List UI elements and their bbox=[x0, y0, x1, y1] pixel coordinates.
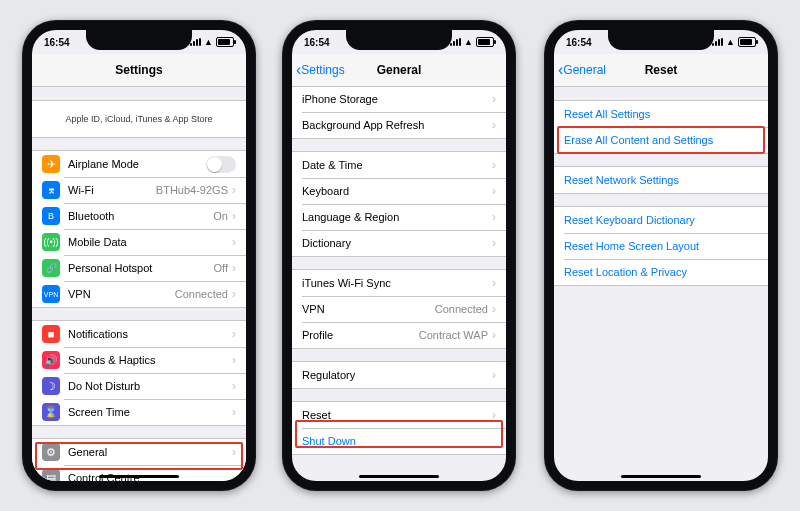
chevron-right-icon: › bbox=[492, 210, 496, 224]
row-reset-network[interactable]: Reset Network Settings bbox=[554, 167, 768, 193]
row-reset-keyboard-dict[interactable]: Reset Keyboard Dictionary bbox=[554, 207, 768, 233]
row-keyboard[interactable]: Keyboard › bbox=[292, 178, 506, 204]
row-value: Connected bbox=[175, 288, 228, 300]
row-label: Bluetooth bbox=[68, 210, 114, 222]
gear-icon: ⚙ bbox=[42, 443, 60, 461]
antenna-icon: ((•)) bbox=[42, 233, 60, 251]
row-profile[interactable]: Profile Contract WAP › bbox=[292, 322, 506, 348]
back-label: Settings bbox=[301, 63, 344, 77]
back-button[interactable]: ‹ Settings bbox=[296, 62, 345, 78]
row-reset-home-layout[interactable]: Reset Home Screen Layout bbox=[554, 233, 768, 259]
group-c: iTunes Wi-Fi Sync › VPN Connected › Prof… bbox=[292, 269, 506, 349]
back-button[interactable]: ‹ General bbox=[558, 62, 606, 78]
phone-general: 16:54 ▲ ‹ Settings General iPhone Storag… bbox=[282, 20, 516, 491]
row-bluetooth[interactable]: B Bluetooth On › bbox=[32, 203, 246, 229]
general-content[interactable]: iPhone Storage › Background App Refresh … bbox=[292, 86, 506, 481]
row-value: Contract WAP bbox=[419, 329, 488, 341]
row-value: BTHub4-92GS bbox=[156, 184, 228, 196]
apple-id-row[interactable]: Apple ID, iCloud, iTunes & App Store bbox=[32, 100, 246, 138]
row-vpn[interactable]: VPN VPN Connected › bbox=[32, 281, 246, 307]
home-indicator[interactable] bbox=[99, 475, 179, 478]
signal-icon bbox=[190, 38, 201, 46]
row-label: Airplane Mode bbox=[68, 158, 139, 170]
notch bbox=[608, 30, 714, 50]
row-general-vpn[interactable]: VPN Connected › bbox=[292, 296, 506, 322]
phone-settings: 16:54 ▲ Settings Apple ID, iCloud, iTune… bbox=[22, 20, 256, 491]
battery-icon bbox=[476, 37, 494, 47]
wifi-icon: ▲ bbox=[464, 37, 473, 47]
row-label: Erase All Content and Settings bbox=[564, 134, 713, 146]
row-general[interactable]: ⚙ General › bbox=[32, 439, 246, 465]
row-reset-all-settings[interactable]: Reset All Settings bbox=[554, 101, 768, 127]
row-control-centre[interactable]: ▤ Control Centre › bbox=[32, 465, 246, 481]
settings-content[interactable]: Apple ID, iCloud, iTunes & App Store ✈ A… bbox=[32, 86, 246, 481]
row-reset-location-privacy[interactable]: Reset Location & Privacy bbox=[554, 259, 768, 285]
bluetooth-icon: B bbox=[42, 207, 60, 225]
row-regulatory[interactable]: Regulatory › bbox=[292, 362, 506, 388]
chevron-right-icon: › bbox=[492, 408, 496, 422]
row-label: Personal Hotspot bbox=[68, 262, 152, 274]
row-erase-all-content[interactable]: Erase All Content and Settings bbox=[554, 127, 768, 153]
row-notifications[interactable]: ■ Notifications › bbox=[32, 321, 246, 347]
chevron-right-icon: › bbox=[232, 445, 236, 459]
home-indicator[interactable] bbox=[359, 475, 439, 478]
hourglass-icon: ⌛ bbox=[42, 403, 60, 421]
status-time: 16:54 bbox=[304, 37, 330, 48]
row-label: Do Not Disturb bbox=[68, 380, 140, 392]
group-b: Date & Time › Keyboard › Language & Regi… bbox=[292, 151, 506, 257]
wifi-row-icon: ⌆ bbox=[42, 181, 60, 199]
group-e: Reset › Shut Down bbox=[292, 401, 506, 455]
row-value: Off bbox=[214, 262, 228, 274]
status-time: 16:54 bbox=[44, 37, 70, 48]
reset-group-c: Reset Keyboard Dictionary Reset Home Scr… bbox=[554, 206, 768, 286]
row-value: Connected bbox=[435, 303, 488, 315]
stage: 16:54 ▲ Settings Apple ID, iCloud, iTune… bbox=[0, 0, 800, 511]
row-label: iPhone Storage bbox=[302, 93, 378, 105]
navbar-settings: Settings bbox=[32, 54, 246, 87]
row-wifi[interactable]: ⌆ Wi-Fi BTHub4-92GS › bbox=[32, 177, 246, 203]
reset-content[interactable]: Reset All Settings Erase All Content and… bbox=[554, 86, 768, 481]
row-label: VPN bbox=[302, 303, 325, 315]
row-dnd[interactable]: ☽ Do Not Disturb › bbox=[32, 373, 246, 399]
reset-group-b: Reset Network Settings bbox=[554, 166, 768, 194]
row-reset[interactable]: Reset › bbox=[292, 402, 506, 428]
airplane-toggle[interactable] bbox=[206, 156, 236, 173]
row-shut-down[interactable]: Shut Down bbox=[292, 428, 506, 454]
row-mobile-data[interactable]: ((•)) Mobile Data › bbox=[32, 229, 246, 255]
row-background-refresh[interactable]: Background App Refresh › bbox=[292, 112, 506, 138]
row-label: Mobile Data bbox=[68, 236, 127, 248]
row-screen-time[interactable]: ⌛ Screen Time › bbox=[32, 399, 246, 425]
row-airplane-mode[interactable]: ✈ Airplane Mode bbox=[32, 151, 246, 177]
row-label: Wi-Fi bbox=[68, 184, 94, 196]
chevron-right-icon: › bbox=[232, 209, 236, 223]
sounds-icon: 🔊 bbox=[42, 351, 60, 369]
chevron-right-icon: › bbox=[492, 276, 496, 290]
signal-icon bbox=[450, 38, 461, 46]
screen-general: 16:54 ▲ ‹ Settings General iPhone Storag… bbox=[292, 30, 506, 481]
row-date-time[interactable]: Date & Time › bbox=[292, 152, 506, 178]
row-label: Background App Refresh bbox=[302, 119, 424, 131]
chevron-right-icon: › bbox=[492, 236, 496, 250]
chevron-right-icon: › bbox=[232, 327, 236, 341]
row-itunes-wifi-sync[interactable]: iTunes Wi-Fi Sync › bbox=[292, 270, 506, 296]
group-connectivity: ✈ Airplane Mode ⌆ Wi-Fi BTHub4-92GS › B bbox=[32, 150, 246, 308]
status-right: ▲ bbox=[712, 37, 756, 47]
row-iphone-storage[interactable]: iPhone Storage › bbox=[292, 86, 506, 112]
chevron-right-icon: › bbox=[492, 328, 496, 342]
row-label: Sounds & Haptics bbox=[68, 354, 155, 366]
row-label: iTunes Wi-Fi Sync bbox=[302, 277, 391, 289]
row-personal-hotspot[interactable]: 🔗 Personal Hotspot Off › bbox=[32, 255, 246, 281]
row-sounds[interactable]: 🔊 Sounds & Haptics › bbox=[32, 347, 246, 373]
row-label: Reset Keyboard Dictionary bbox=[564, 214, 695, 226]
wifi-icon: ▲ bbox=[204, 37, 213, 47]
row-language-region[interactable]: Language & Region › bbox=[292, 204, 506, 230]
chevron-right-icon: › bbox=[232, 471, 236, 481]
chevron-right-icon: › bbox=[492, 118, 496, 132]
navbar-title: Settings bbox=[115, 63, 162, 77]
row-dictionary[interactable]: Dictionary › bbox=[292, 230, 506, 256]
screen-reset: 16:54 ▲ ‹ General Reset Reset All Settin… bbox=[554, 30, 768, 481]
row-label: General bbox=[68, 446, 107, 458]
screen-settings: 16:54 ▲ Settings Apple ID, iCloud, iTune… bbox=[32, 30, 246, 481]
group-prefs: ■ Notifications › 🔊 Sounds & Haptics › ☽… bbox=[32, 320, 246, 426]
home-indicator[interactable] bbox=[621, 475, 701, 478]
